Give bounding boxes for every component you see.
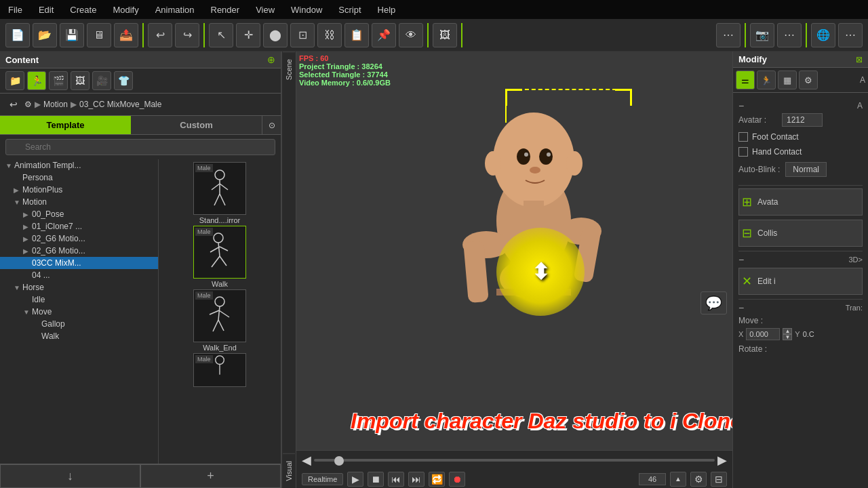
tree-item-01-iclone7[interactable]: ▶ 01_iClone7 ... [0, 220, 158, 232]
rt-btn-checkerboard[interactable]: ▦ [778, 70, 797, 89]
thumb-stand-mirror[interactable]: Male Stand....irror [161, 162, 278, 224]
thumb-walk-end[interactable]: Male Walk_End [161, 289, 278, 352]
tree-item-move[interactable]: ▼ Move [0, 306, 158, 318]
breadcrumb-scene[interactable]: 03_CC MixMove_Male [79, 100, 161, 109]
edit-large-btn[interactable]: ✕ Edit i [738, 268, 863, 295]
menu-render[interactable]: Render [208, 3, 243, 16]
toolbar-link[interactable]: ⛓ [317, 23, 342, 47]
frame-up-btn[interactable]: ▲ [670, 472, 686, 487]
bottom-btn-down[interactable]: ↓ [0, 464, 140, 488]
menu-edit[interactable]: Edit [36, 3, 56, 16]
timeline-thumb[interactable] [334, 456, 344, 466]
timeline-arrow-right[interactable]: ▶ [717, 453, 727, 468]
toolbar-more1[interactable]: ⋯ [777, 23, 802, 47]
thumb-walk[interactable]: Male Walk [161, 226, 278, 288]
tree-item-motionplus[interactable]: ▶ MotionPlus [0, 184, 158, 196]
toolbar-globe[interactable]: 🌐 [811, 23, 835, 47]
toolbar-rotate-tool[interactable]: ⬤ [263, 23, 288, 47]
toolbar-monitor[interactable]: 🖥 [87, 23, 111, 47]
tab-icon-motion[interactable]: 🎬 [49, 71, 68, 90]
toolbar-expand[interactable]: ⋯ [716, 23, 741, 47]
foot-contact-checkbox[interactable] [738, 132, 748, 142]
content-panel-close[interactable]: ⊕ [267, 54, 275, 65]
toolbar-eye[interactable]: 👁 [399, 23, 423, 47]
prev-frame-btn[interactable]: ⏮ [388, 472, 404, 487]
breadcrumb-motion[interactable]: Motion [43, 100, 68, 109]
toolbar-export[interactable]: 📤 [114, 23, 138, 47]
section-collapse-top[interactable]: − A [738, 98, 863, 113]
bottom-btn-add[interactable]: + [140, 464, 281, 488]
rt-btn-gear[interactable]: ⚙ [799, 70, 818, 89]
toolbar-redo[interactable]: ↪ [175, 23, 199, 47]
tree-item-04[interactable]: 04 ... [0, 269, 158, 281]
menu-file[interactable]: File [5, 3, 25, 16]
tree-item-02-g6-1[interactable]: ▶ 02_G6 Motio... [0, 232, 158, 245]
search-input[interactable] [5, 139, 275, 155]
custom-tab[interactable]: Custom [131, 116, 262, 134]
expand-btn[interactable]: ⊙ [262, 116, 281, 134]
expand-timeline-btn[interactable]: ⊟ [711, 472, 727, 487]
toolbar-save[interactable]: 💾 [60, 23, 84, 47]
menu-window[interactable]: Window [288, 3, 325, 16]
tab-icon-image[interactable]: 🖼 [71, 71, 90, 90]
toolbar-more2[interactable]: ⋯ [838, 23, 863, 47]
timeline-arrow-left[interactable]: ◀ [302, 453, 311, 468]
tree-item-persona[interactable]: Persona [0, 171, 158, 184]
viewport[interactable]: FPS : 60 Project Triangle : 38264 Select… [296, 52, 732, 488]
rt-btn-sliders[interactable]: ⚌ [736, 70, 755, 89]
viewport-chat-btn[interactable]: 💬 [701, 291, 727, 314]
tree-item-horse[interactable]: ▼ Horse [0, 281, 158, 293]
stop-btn[interactable]: ⏹ [368, 472, 384, 487]
tree-item-motion[interactable]: ▼ Motion [0, 196, 158, 208]
x-value[interactable] [746, 328, 780, 340]
hand-contact-checkbox[interactable] [738, 147, 748, 157]
loop-btn[interactable]: 🔁 [429, 472, 445, 487]
tree-item-idle[interactable]: Idle [0, 293, 158, 306]
menu-view[interactable]: View [253, 3, 277, 16]
side-tab-visual[interactable]: Visual [283, 453, 295, 488]
menu-create[interactable]: Create [67, 3, 99, 16]
settings-timeline-btn[interactable]: ⚙ [690, 472, 707, 487]
tab-icon-camera[interactable]: 🎥 [92, 71, 111, 90]
tree-item-03-cc-mixm[interactable]: 03CC MixM... [0, 257, 158, 269]
tab-icon-folder[interactable]: 📁 [5, 71, 24, 90]
tree-item-gallop[interactable]: Gallop [0, 318, 158, 330]
toolbar-open[interactable]: 📂 [33, 23, 57, 47]
tree-item-00-pose[interactable]: ▶ 00_Pose [0, 208, 158, 220]
toolbar-select[interactable]: ↖ [209, 23, 233, 47]
x-spin-up[interactable]: ▲ [783, 328, 792, 334]
tree-item-animation-templ[interactable]: ▼ Animation Templ... [0, 159, 158, 171]
record-btn[interactable]: ⏺ [449, 472, 465, 487]
toolbar-select2[interactable]: ⊡ [290, 23, 315, 47]
thumb-partial[interactable]: Male [161, 353, 278, 387]
menu-animation[interactable]: Animation [153, 3, 197, 16]
tree-item-walk[interactable]: Walk [0, 330, 158, 342]
toolbar-undo[interactable]: ↩ [148, 23, 172, 47]
rt-btn-person[interactable]: 🏃 [757, 70, 776, 89]
realtime-btn[interactable]: Realtime [302, 473, 343, 485]
menu-script[interactable]: Script [336, 3, 363, 16]
next-frame-btn[interactable]: ⏭ [408, 472, 425, 487]
avatar-large-btn[interactable]: ⊞ Avata [738, 188, 863, 216]
tree-item-02-g6-2[interactable]: ▶ 02_G6 Motio... [0, 245, 158, 257]
tab-icon-cloth[interactable]: 👕 [114, 71, 133, 90]
breadcrumb-back-btn[interactable]: ↩ [5, 96, 22, 113]
x-spin-down[interactable]: ▼ [783, 334, 792, 340]
play-btn[interactable]: ▶ [347, 472, 363, 487]
collis-large-btn[interactable]: ⊟ Collis [738, 220, 863, 247]
autoblink-value[interactable]: Normal [785, 162, 827, 177]
toolbar-clipboard[interactable]: 📋 [344, 23, 369, 47]
frame-number[interactable]: 46 [639, 473, 666, 485]
right-panel-close-btn[interactable]: ⊠ [856, 55, 863, 64]
template-tab[interactable]: Template [0, 116, 131, 134]
x-spinner[interactable]: ▲ ▼ [783, 328, 792, 340]
avatar-value[interactable] [782, 113, 823, 127]
toolbar-camera[interactable]: 📷 [750, 23, 774, 47]
menu-modify[interactable]: Modify [110, 3, 141, 16]
toolbar-new[interactable]: 📄 [5, 23, 30, 47]
menu-help[interactable]: Help [375, 3, 399, 16]
toolbar-pin[interactable]: 📌 [372, 23, 396, 47]
tab-icon-person[interactable]: 🏃 [27, 71, 46, 90]
toolbar-frame[interactable]: 🖼 [433, 23, 457, 47]
side-tab-scene[interactable]: Scene [283, 52, 295, 87]
